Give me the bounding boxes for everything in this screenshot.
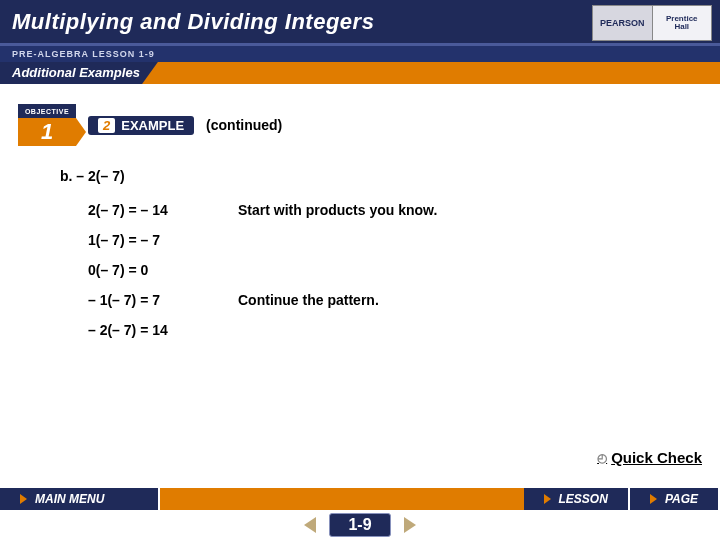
example-number: 2 <box>98 118 115 133</box>
section-bar: Additional Examples <box>0 62 720 84</box>
objective-number: 1 <box>18 118 76 146</box>
prev-lesson-button[interactable] <box>299 515 321 535</box>
lesson-number-pill: 1-9 <box>329 513 390 537</box>
work-row: 2(– 7) = – 14 Start with products you kn… <box>88 202 692 218</box>
objective-flag: OBJECTIVE 1 <box>18 104 76 146</box>
publisher-imprint: Prentice Hall <box>653 5 713 41</box>
triangle-right-icon <box>650 494 657 504</box>
chevron-right-icon <box>404 517 416 533</box>
objective-label: OBJECTIVE <box>18 104 76 118</box>
work-row: 0(– 7) = 0 <box>88 262 692 278</box>
content-area: OBJECTIVE 1 2 EXAMPLE (continued) b. – 2… <box>0 84 720 338</box>
continued-label: (continued) <box>206 117 282 133</box>
example-pill: 2 EXAMPLE <box>88 116 194 135</box>
triangle-right-icon <box>20 494 27 504</box>
lesson-pager: 1-9 <box>0 510 720 540</box>
work-expr: 1(– 7) = – 7 <box>88 232 238 248</box>
next-lesson-button[interactable] <box>399 515 421 535</box>
section-label: Additional Examples <box>0 62 158 84</box>
lesson-subtitle: PRE-ALGEBRA LESSON 1-9 <box>0 46 720 62</box>
work-expr: 0(– 7) = 0 <box>88 262 238 278</box>
work-note: Continue the pattern. <box>238 292 379 308</box>
bottom-nav: MAIN MENU LESSON PAGE <box>0 488 720 510</box>
work-expr: 2(– 7) = – 14 <box>88 202 238 218</box>
chevron-left-icon <box>304 517 316 533</box>
title-bar: Multiplying and Dividing Integers PEARSO… <box>0 0 720 46</box>
work-row: 1(– 7) = – 7 <box>88 232 692 248</box>
nav-main-menu[interactable]: MAIN MENU <box>0 488 160 510</box>
triangle-right-icon <box>544 494 551 504</box>
problem-letter: b. <box>60 168 72 184</box>
publisher-logo: PEARSON Prentice Hall <box>592 5 712 41</box>
publisher-name: PEARSON <box>592 5 653 41</box>
work-row: – 1(– 7) = 7 Continue the pattern. <box>88 292 692 308</box>
work-row: – 2(– 7) = 14 <box>88 322 692 338</box>
nav-lesson[interactable]: LESSON <box>524 488 630 510</box>
page-title: Multiplying and Dividing Integers <box>12 9 374 35</box>
quick-check-icon: ◴ <box>597 451 607 465</box>
work-note: Start with products you know. <box>238 202 437 218</box>
problem-expr: – 2(– 7) <box>76 168 124 184</box>
nav-page[interactable]: PAGE <box>630 488 720 510</box>
example-label: EXAMPLE <box>121 118 184 133</box>
problem-statement: b. – 2(– 7) <box>60 168 692 184</box>
work-expr: – 1(– 7) = 7 <box>88 292 238 308</box>
work-expr: – 2(– 7) = 14 <box>88 322 238 338</box>
work-steps: 2(– 7) = – 14 Start with products you kn… <box>88 202 692 338</box>
quick-check-link[interactable]: ◴ Quick Check <box>597 449 702 466</box>
